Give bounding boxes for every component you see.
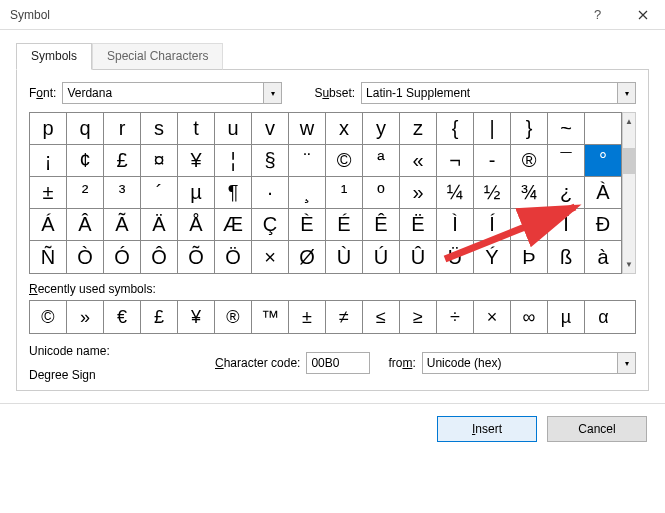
symbol-cell[interactable]: ª — [363, 145, 400, 177]
symbol-cell[interactable]: » — [400, 177, 437, 209]
subset-select[interactable]: Latin-1 Supplement ▾ — [361, 82, 636, 104]
symbol-cell[interactable]: Æ — [215, 209, 252, 241]
symbol-cell[interactable]: Ö — [215, 241, 252, 273]
symbol-cell[interactable]: Ê — [363, 209, 400, 241]
symbol-cell[interactable]: ¶ — [215, 177, 252, 209]
symbol-cell[interactable]: ~ — [548, 113, 585, 145]
from-select[interactable]: Unicode (hex) ▾ — [422, 352, 636, 374]
symbol-cell[interactable]: | — [474, 113, 511, 145]
recent-symbol-cell[interactable]: © — [30, 301, 67, 333]
symbol-cell[interactable]: © — [326, 145, 363, 177]
scroll-up-icon[interactable]: ▲ — [623, 113, 635, 130]
symbol-cell[interactable]: v — [252, 113, 289, 145]
symbol-cell[interactable]: ¹ — [326, 177, 363, 209]
symbol-cell[interactable]: ½ — [474, 177, 511, 209]
symbol-cell[interactable]: ® — [511, 145, 548, 177]
symbol-cell[interactable]: Ì — [437, 209, 474, 241]
symbol-cell[interactable]: Ï — [548, 209, 585, 241]
cancel-button[interactable]: Cancel — [547, 416, 647, 442]
font-select[interactable]: Verdana ▾ — [62, 82, 282, 104]
recent-symbol-cell[interactable]: ∞ — [511, 301, 548, 333]
recent-symbol-cell[interactable]: ± — [289, 301, 326, 333]
symbol-cell[interactable]: ¢ — [67, 145, 104, 177]
tab-symbols[interactable]: Symbols — [16, 43, 92, 70]
symbol-cell[interactable]: ¼ — [437, 177, 474, 209]
symbol-cell[interactable]: µ — [178, 177, 215, 209]
symbol-cell[interactable]: p — [30, 113, 67, 145]
close-button[interactable] — [620, 0, 665, 30]
symbol-cell[interactable]: s — [141, 113, 178, 145]
symbol-cell[interactable]: ² — [67, 177, 104, 209]
symbol-cell[interactable]: à — [585, 241, 622, 273]
symbol-cell[interactable]: { — [437, 113, 474, 145]
symbol-cell[interactable]: Ò — [67, 241, 104, 273]
symbol-cell[interactable]: z — [400, 113, 437, 145]
recent-symbol-cell[interactable]: α — [585, 301, 622, 333]
scrollbar[interactable]: ▲ ▼ — [622, 112, 636, 274]
symbol-cell[interactable]: ± — [30, 177, 67, 209]
symbol-cell[interactable]: ° — [585, 145, 622, 177]
recent-symbol-cell[interactable]: ® — [215, 301, 252, 333]
symbol-cell[interactable]: Ã — [104, 209, 141, 241]
symbol-cell[interactable]: ß — [548, 241, 585, 273]
symbol-cell[interactable]: È — [289, 209, 326, 241]
recent-symbol-cell[interactable]: ≤ — [363, 301, 400, 333]
symbol-cell[interactable]: Î — [511, 209, 548, 241]
symbol-cell[interactable]: × — [252, 241, 289, 273]
symbol-cell[interactable]: ´ — [141, 177, 178, 209]
symbol-cell[interactable]: ¦ — [215, 145, 252, 177]
symbol-cell[interactable]: Å — [178, 209, 215, 241]
recent-symbol-cell[interactable]: ≥ — [400, 301, 437, 333]
symbol-cell[interactable]: Â — [67, 209, 104, 241]
symbol-cell[interactable]: ¿ — [548, 177, 585, 209]
symbol-cell[interactable]: « — [400, 145, 437, 177]
recent-symbol-cell[interactable]: ¥ — [178, 301, 215, 333]
recent-symbol-cell[interactable]: × — [474, 301, 511, 333]
symbol-cell[interactable]: ¡ — [30, 145, 67, 177]
symbol-cell[interactable]: ¬ — [437, 145, 474, 177]
scroll-thumb[interactable] — [623, 148, 635, 174]
recent-symbol-cell[interactable]: ™ — [252, 301, 289, 333]
symbol-cell[interactable]: Ü — [437, 241, 474, 273]
scroll-track[interactable] — [623, 130, 635, 256]
insert-button[interactable]: Insert — [437, 416, 537, 442]
symbol-cell[interactable]: ¾ — [511, 177, 548, 209]
symbol-cell[interactable]: Ð — [585, 209, 622, 241]
symbol-cell[interactable]: § — [252, 145, 289, 177]
symbol-cell[interactable]: Ä — [141, 209, 178, 241]
recent-symbol-cell[interactable]: £ — [141, 301, 178, 333]
symbol-cell[interactable]: Ç — [252, 209, 289, 241]
symbol-cell[interactable]: q — [67, 113, 104, 145]
charcode-input[interactable] — [306, 352, 370, 374]
symbol-cell[interactable]: À — [585, 177, 622, 209]
symbol-cell[interactable]: Ý — [474, 241, 511, 273]
recent-symbol-cell[interactable]: µ — [548, 301, 585, 333]
symbol-cell[interactable]: Õ — [178, 241, 215, 273]
symbol-cell[interactable]: w — [289, 113, 326, 145]
symbol-cell[interactable]: Ø — [289, 241, 326, 273]
recent-symbol-cell[interactable]: » — [67, 301, 104, 333]
symbol-cell[interactable]: ¤ — [141, 145, 178, 177]
symbol-cell[interactable]: t — [178, 113, 215, 145]
symbol-cell[interactable]: Ù — [326, 241, 363, 273]
symbol-cell[interactable]: · — [252, 177, 289, 209]
symbol-cell[interactable]: º — [363, 177, 400, 209]
symbol-cell[interactable]: ¥ — [178, 145, 215, 177]
symbol-cell[interactable]: Ñ — [30, 241, 67, 273]
recent-symbol-cell[interactable]: ≠ — [326, 301, 363, 333]
symbol-cell[interactable]: ¯ — [548, 145, 585, 177]
scroll-down-icon[interactable]: ▼ — [623, 256, 635, 273]
symbol-cell[interactable]: Ô — [141, 241, 178, 273]
symbol-cell[interactable]: r — [104, 113, 141, 145]
symbol-cell[interactable]: u — [215, 113, 252, 145]
symbol-cell[interactable]: Û — [400, 241, 437, 273]
symbol-cell[interactable]: Í — [474, 209, 511, 241]
help-button[interactable]: ? — [575, 0, 620, 30]
symbol-cell[interactable]: y — [363, 113, 400, 145]
symbol-cell[interactable]: Ó — [104, 241, 141, 273]
symbol-cell[interactable]: É — [326, 209, 363, 241]
recent-grid[interactable]: ©»€£¥®™±≠≤≥÷×∞µα — [29, 300, 636, 334]
recent-symbol-cell[interactable]: ÷ — [437, 301, 474, 333]
symbol-cell[interactable]: Þ — [511, 241, 548, 273]
recent-symbol-cell[interactable]: € — [104, 301, 141, 333]
